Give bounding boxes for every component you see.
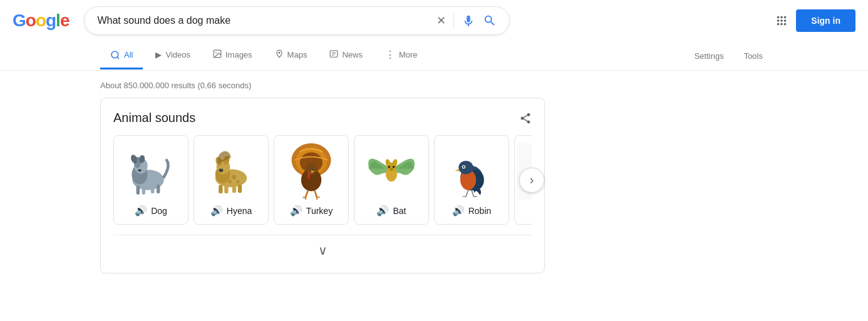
turkey-label: Turkey (306, 206, 333, 216)
animal-card-bat[interactable]: 🔊 Bat (354, 135, 429, 225)
turkey-image (283, 143, 339, 200)
hyena-name: 🔊 Hyena (210, 205, 252, 217)
svg-rect-32 (238, 185, 242, 193)
share-button[interactable] (519, 112, 532, 125)
svg-line-63 (463, 196, 466, 197)
tab-all-label: All (124, 50, 133, 59)
nav-bar: All ▶ Videos Images Maps (0, 41, 868, 71)
videos-icon: ▶ (155, 50, 162, 59)
dog-label: Dog (151, 206, 167, 216)
svg-rect-15 (137, 186, 140, 195)
dog-image (123, 143, 179, 200)
svg-line-1 (117, 57, 119, 59)
grid-icon (775, 14, 788, 28)
svg-point-60 (463, 166, 465, 168)
expand-button[interactable]: ∨ (318, 243, 328, 258)
svg-rect-31 (232, 185, 236, 193)
results-count: About 850.000.000 results (0,66 seconds) (100, 81, 768, 90)
svg-line-41 (306, 191, 308, 198)
svg-line-42 (314, 191, 317, 198)
news-icon (329, 49, 338, 60)
svg-point-25 (229, 180, 232, 183)
images-icon (213, 49, 222, 60)
robin-image (443, 143, 500, 200)
card-title: Animal sounds (113, 111, 195, 125)
next-chevron-icon: › (530, 173, 534, 187)
share-icon (519, 112, 532, 125)
svg-point-19 (138, 169, 141, 171)
svg-line-64 (474, 196, 477, 197)
svg-point-39 (312, 168, 314, 170)
tab-news[interactable]: News (319, 42, 373, 69)
card-header: Animal sounds (113, 111, 532, 125)
svg-rect-17 (151, 185, 154, 193)
tab-videos[interactable]: ▶ Videos (145, 43, 200, 69)
bat-image (363, 143, 420, 200)
bat-label: Bat (393, 206, 406, 216)
tab-all[interactable]: All (100, 43, 143, 69)
svg-point-57 (458, 161, 473, 175)
tab-images[interactable]: Images (203, 42, 262, 69)
svg-point-3 (215, 52, 217, 53)
svg-point-28 (219, 169, 223, 172)
search-bar: ✕ (84, 6, 510, 35)
animal-card-hyena[interactable]: 🔊 Hyena (194, 135, 269, 225)
tab-maps-label: Maps (287, 50, 307, 59)
dog-svg (123, 143, 179, 200)
search-button[interactable] (483, 14, 497, 28)
hyena-sound-icon: 🔊 (210, 205, 223, 217)
settings-link[interactable]: Settings (690, 44, 729, 68)
tab-images-label: Images (225, 50, 252, 59)
animal-card-dog[interactable]: 🔊 Dog (113, 135, 189, 225)
hyena-label: Hyena (227, 206, 252, 216)
bat-name: 🔊 Bat (376, 205, 406, 217)
more-icon: ⋮ (385, 49, 395, 61)
svg-point-24 (236, 180, 239, 183)
turkey-svg (283, 143, 339, 200)
svg-point-4 (278, 52, 280, 54)
tab-videos-label: Videos (165, 50, 190, 59)
animal-card-robin[interactable]: 🔊 Robin (434, 135, 509, 225)
search-input[interactable] (97, 15, 429, 26)
header-right: Sign in (775, 9, 855, 32)
animal-sounds-card: Animal sounds (100, 98, 545, 273)
divider (453, 13, 454, 28)
svg-point-51 (388, 166, 391, 168)
tools-link[interactable]: Tools (739, 44, 768, 68)
tab-more-label: More (399, 50, 418, 59)
svg-rect-18 (157, 185, 160, 193)
hyena-svg (203, 143, 259, 200)
mic-button[interactable] (462, 14, 475, 28)
tab-more[interactable]: ⋮ More (375, 41, 428, 70)
all-icon (110, 50, 120, 60)
svg-rect-30 (224, 185, 228, 194)
animal-card-turkey[interactable]: 🔊 Turkey (274, 135, 349, 225)
svg-point-52 (393, 166, 395, 168)
turkey-sound-icon: 🔊 (290, 205, 302, 217)
svg-point-0 (111, 51, 118, 58)
nav-right: Settings Tools (690, 44, 768, 68)
google-logo[interactable]: Google (13, 11, 69, 31)
bat-svg (363, 143, 420, 200)
animal-list-wrapper: 🔊 Dog (113, 135, 532, 225)
animal-list: 🔊 Dog (113, 135, 532, 225)
svg-point-53 (390, 168, 393, 171)
apps-button[interactable] (775, 14, 788, 28)
dog-sound-icon: 🔊 (135, 205, 147, 217)
robin-label: Robin (468, 206, 492, 216)
robin-svg (443, 143, 500, 200)
robin-sound-icon: 🔊 (452, 205, 465, 217)
next-button[interactable]: › (519, 168, 544, 193)
search-icon (483, 14, 497, 28)
card-footer: ∨ (113, 235, 532, 260)
robin-name: 🔊 Robin (452, 205, 492, 217)
svg-line-61 (466, 190, 468, 197)
tab-maps[interactable]: Maps (265, 41, 318, 70)
dog-name: 🔊 Dog (135, 205, 167, 217)
chevron-down-icon: ∨ (318, 243, 328, 257)
sign-in-button[interactable]: Sign in (796, 9, 855, 32)
maps-icon (275, 49, 284, 61)
tab-news-label: News (342, 50, 363, 59)
mic-icon (462, 14, 475, 28)
clear-button[interactable]: ✕ (437, 14, 446, 28)
